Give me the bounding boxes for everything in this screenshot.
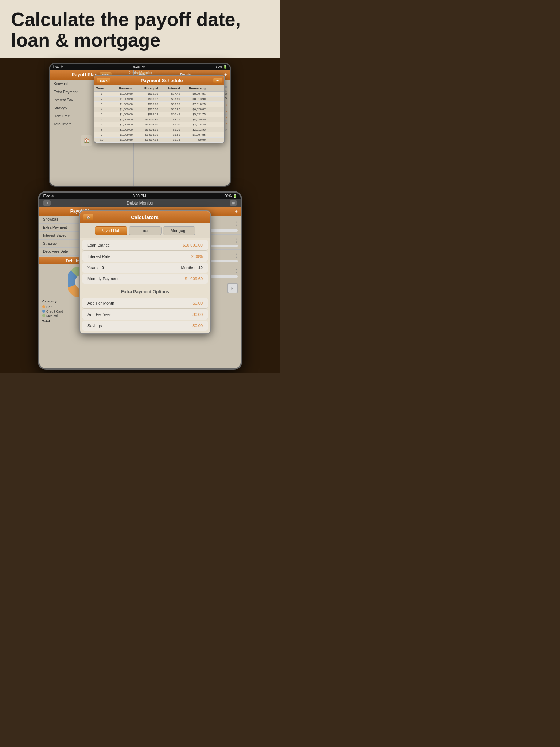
back-button[interactable]: Back	[97, 78, 110, 83]
table-row: 7$1,009.60$1,002.60$7.00$3,018.29	[94, 122, 224, 127]
calculator-icon-btn[interactable]: ⊞	[230, 200, 237, 206]
status-right: 39% 🔋	[215, 65, 227, 69]
calc-modal-title: Calculators	[131, 214, 159, 220]
home-icon-btn[interactable]: 🏠	[81, 135, 92, 146]
ipad-top: iPad ✈ 5:28 PM 39% 🔋 Payoff Plan Save Sn…	[49, 63, 231, 187]
bottom-app-title: Debts Monitor	[127, 201, 154, 206]
calc-interest-rate[interactable]: Interest Rate 2.09%	[82, 251, 208, 262]
table-row: 9$1,009.60$1,006.10$3.51$1,007.85	[94, 132, 224, 138]
header-section: Calculate the payoff date, loan & mortga…	[0, 0, 280, 58]
years-months-row: Years: 0 Months: 10	[82, 263, 208, 273]
months-label: Months:	[181, 266, 195, 270]
calc-home-button[interactable]: 🏠	[83, 214, 93, 220]
home-button[interactable]: ⊡	[228, 283, 238, 293]
status-center: 5:28 PM	[133, 65, 146, 69]
calc-loan-balance[interactable]: Loan Blance $10,000.00	[82, 240, 208, 251]
bottom-add-debt-button[interactable]: +	[235, 209, 238, 214]
table-row: 10$1,009.60$1,007.85$1.76$0.00	[94, 138, 224, 143]
calc-modal-header: 🏠 Calculators	[80, 211, 210, 223]
tab-row: Payoff Date Loan Mortgage	[80, 223, 210, 238]
table-row: 5$1,009.60$999.12$10.49$5,021.75	[94, 112, 224, 117]
calc-add-per-month[interactable]: Add Per Month $0.00	[82, 298, 208, 309]
calc-savings[interactable]: Savings $0.00	[82, 321, 208, 331]
extra-payment-fields: Add Per Month $0.00 Add Per Year $0.00 S…	[80, 296, 210, 333]
table-row: 8$1,009.60$1,004.35$5.26$2,013.95	[94, 127, 224, 132]
mail-icon[interactable]: ✉	[213, 78, 222, 83]
table-row: 6$1,009.60$1,000.86$8.75$4,020.89	[94, 117, 224, 122]
bottom-status-bar: iPad ✈ 3:30 PM 50% 🔋	[39, 193, 241, 199]
devices-container: iPad ✈ 5:28 PM 39% 🔋 Payoff Plan Save Sn…	[0, 58, 280, 374]
chevron-icon-4: ⟩	[236, 268, 238, 274]
chevron-icon-1: ⟩	[236, 221, 238, 226]
months-value: 10	[198, 266, 203, 270]
calc-fields: Loan Blance $10,000.00 Interest Rate 2.0…	[80, 238, 210, 286]
table-row: 3$1,009.60$995.65$13.96$7,018.25	[94, 102, 224, 107]
bottom-app-bar: ⚙ Debts Monitor ⊞	[39, 199, 241, 207]
table-row: 2$1,009.60$993.92$15.69$8,013.90	[94, 97, 224, 102]
gear-icon-btn[interactable]: ⚙	[43, 200, 51, 206]
top-status-bar: iPad ✈ 5:28 PM 39% 🔋	[50, 64, 230, 70]
top-debts-title: Debts Monitor	[128, 70, 152, 75]
years-label: Years:	[88, 266, 99, 270]
modal-header: Back Payment Schedule ✉	[94, 76, 224, 85]
chevron-icon-3: ⟩	[236, 253, 238, 258]
extra-payment-section: Extra Payment Options	[80, 286, 210, 296]
tab-mortgage[interactable]: Mortgage	[163, 226, 195, 235]
ipad-bottom: iPad ✈ 3:30 PM 50% 🔋 ⚙ Debts Monitor ⊞ P…	[38, 191, 242, 370]
calc-add-per-year[interactable]: Add Per Year $0.00	[82, 309, 208, 320]
bottom-status-right: 50% 🔋	[224, 194, 237, 198]
tab-loan[interactable]: Loan	[129, 226, 161, 235]
calculators-modal: 🏠 Calculators Payoff Date Loan Mortgage …	[79, 210, 211, 334]
page-title: Calculate the payoff date, loan & mortga…	[11, 9, 269, 51]
payment-schedule-modal: Back Payment Schedule ✉ Term Payment Pri…	[94, 75, 225, 143]
calc-monthly-payment[interactable]: Monthly Payment $1,009.60	[82, 274, 208, 284]
payment-table: 1$1,009.60$992.19$17.42$8,007.812$1,009.…	[94, 92, 224, 143]
tab-payoff-date[interactable]: Payoff Date	[95, 226, 127, 235]
table-row: 1$1,009.60$992.19$17.42$8,007.81	[94, 92, 224, 97]
years-value: 0	[102, 266, 104, 270]
top-app-content: Payoff Plan Save Snowball ON Extra Payme…	[50, 70, 230, 186]
table-header: Term Payment Principal Interest Remainin…	[94, 85, 224, 92]
bottom-status-left: iPad ✈	[43, 194, 54, 198]
status-left: iPad ✈	[53, 65, 63, 69]
table-row: 4$1,009.60$997.38$12.22$6,020.87	[94, 107, 224, 112]
modal-title: Payment Schedule	[141, 78, 183, 83]
bottom-app-content: Payoff Plan Snowball Extra Payment Inter…	[39, 207, 241, 369]
chevron-icon-2: ⟩	[236, 238, 238, 243]
bottom-status-center: 3:30 PM	[132, 194, 146, 198]
